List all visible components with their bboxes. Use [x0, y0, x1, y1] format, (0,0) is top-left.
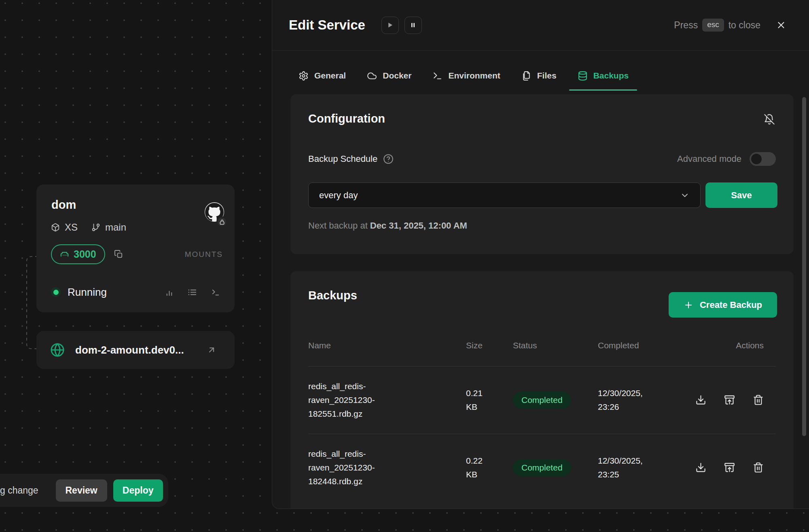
column-header-name: Name: [308, 341, 458, 350]
tab-docker[interactable]: Docker: [358, 61, 420, 91]
tab-environment[interactable]: Environment: [424, 61, 508, 91]
next-backup-prefix: Next backup at: [308, 220, 368, 231]
port-badge[interactable]: 3000: [51, 244, 105, 264]
box-icon: [51, 223, 60, 232]
modal-scrollbar[interactable]: [802, 97, 806, 436]
metrics-icon[interactable]: [165, 288, 174, 297]
terminal-icon: [432, 71, 443, 81]
tab-files[interactable]: Files: [513, 61, 565, 91]
column-header-size: Size: [466, 341, 505, 350]
download-backup-button[interactable]: [695, 462, 706, 473]
tab-docker-label: Docker: [383, 71, 411, 81]
backups-card: Backups Create Backup Name Size Status C…: [290, 271, 794, 509]
github-avatar[interactable]: [205, 202, 224, 222]
deploy-button[interactable]: Deploy: [113, 479, 163, 502]
cloud-icon: [367, 71, 377, 81]
chevron-down-icon: [680, 191, 690, 200]
esc-keycap: esc: [702, 19, 724, 32]
advanced-mode-label: Advanced mode: [677, 154, 741, 164]
archive-restore-icon: [724, 462, 735, 473]
pending-changes-bar: g change Review Deploy: [0, 474, 168, 507]
esc-hint: Press esc to close: [674, 19, 760, 32]
download-icon: [695, 462, 706, 473]
backups-table-header: Name Size Status Completed Actions: [308, 341, 776, 350]
column-header-actions: Actions: [707, 341, 776, 350]
start-service-button[interactable]: [381, 17, 399, 34]
close-icon: [776, 20, 786, 30]
service-size-label: XS: [65, 222, 78, 233]
next-backup-text: Next backup atDec 31, 2025, 12:00 AM: [308, 220, 467, 231]
tab-general-label: General: [314, 71, 346, 81]
tab-files-label: Files: [537, 71, 557, 81]
files-icon: [521, 71, 532, 81]
bell-off-icon: [764, 114, 775, 125]
backups-title: Backups: [308, 289, 357, 302]
backup-name: redis_all_redis-raven_20251230-182448.rd…: [308, 447, 406, 488]
close-button[interactable]: [776, 20, 786, 30]
pause-icon: [410, 22, 416, 28]
next-backup-value: Dec 31, 2025, 12:00 AM: [370, 220, 467, 231]
configuration-title: Configuration: [308, 112, 385, 125]
ethernet-port-icon: [60, 250, 69, 259]
app-screen: dom XS main 3000: [0, 0, 809, 532]
logs-list-icon[interactable]: [188, 288, 197, 297]
external-link-icon[interactable]: [207, 345, 216, 355]
trash-icon: [753, 394, 764, 405]
backup-size: 0.21 KB: [466, 386, 492, 414]
status-badge: Completed: [513, 459, 571, 476]
backup-schedule-select[interactable]: every day: [308, 182, 701, 208]
review-button[interactable]: Review: [56, 479, 107, 502]
service-status: Running: [68, 286, 107, 299]
service-branch: main: [105, 222, 126, 233]
save-button[interactable]: Save: [705, 182, 777, 208]
backup-schedule-value: every day: [319, 190, 358, 201]
terminal-prompt-icon[interactable]: [211, 288, 220, 297]
backup-completed-date: 12/30/2025, 23:26: [598, 386, 659, 414]
mounts-section-label[interactable]: MOUNTS: [185, 250, 223, 259]
tab-general[interactable]: General: [290, 61, 354, 91]
plus-icon: [684, 300, 693, 310]
git-branch-icon: [91, 223, 100, 232]
modal-header: Edit Service Press esc to close: [272, 0, 809, 51]
delete-backup-button[interactable]: [753, 462, 764, 473]
restore-backup-button[interactable]: [724, 394, 735, 405]
service-name: dom: [51, 198, 76, 212]
domain-card[interactable]: dom-2-amount.dev0...: [36, 331, 235, 369]
esc-hint-close: to close: [729, 20, 760, 31]
create-backup-button[interactable]: Create Backup: [669, 292, 777, 318]
notifications-off-button[interactable]: [764, 114, 775, 126]
backup-name: redis_all_redis-raven_20251230-182551.rd…: [308, 379, 406, 421]
help-circle-icon[interactable]: [383, 154, 394, 164]
trash-icon: [753, 462, 764, 473]
play-icon: [386, 21, 394, 29]
delete-backup-button[interactable]: [753, 394, 764, 405]
status-dot: [51, 287, 61, 297]
download-backup-button[interactable]: [695, 394, 706, 405]
backup-row: redis_all_redis-raven_20251230-182448.rd…: [308, 434, 776, 501]
backup-completed-date: 12/30/2025, 23:25: [598, 454, 659, 481]
port-number: 3000: [74, 248, 96, 260]
status-badge: Completed: [513, 392, 571, 409]
modal-tabs: General Docker Environment Files Backups: [290, 61, 637, 91]
column-header-status: Status: [513, 341, 590, 350]
create-backup-label: Create Backup: [700, 300, 762, 310]
service-card-dom[interactable]: dom XS main 3000: [36, 184, 235, 312]
modal-title: Edit Service: [289, 17, 365, 33]
tab-backups-label: Backups: [593, 71, 629, 81]
globe-icon: [50, 343, 65, 357]
tab-backups[interactable]: Backups: [569, 61, 637, 91]
configuration-card: Configuration Backup Schedule Advanced m…: [290, 94, 794, 254]
domain-url[interactable]: dom-2-amount.dev0...: [75, 344, 184, 356]
backup-row: redis_all_redis-raven_20251230-182551.rd…: [308, 366, 776, 434]
backup-size: 0.22 KB: [466, 454, 492, 481]
copy-icon[interactable]: [114, 250, 123, 259]
lock-icon: [216, 216, 227, 227]
service-meta: XS main: [51, 222, 126, 233]
advanced-mode-toggle[interactable]: [750, 152, 776, 166]
backup-schedule-label: Backup Schedule: [308, 154, 377, 164]
gear-icon: [299, 71, 309, 81]
restore-backup-button[interactable]: [724, 462, 735, 473]
pause-service-button[interactable]: [404, 17, 422, 34]
download-icon: [695, 394, 706, 405]
edit-service-modal: Edit Service Press esc to close General: [272, 0, 809, 509]
